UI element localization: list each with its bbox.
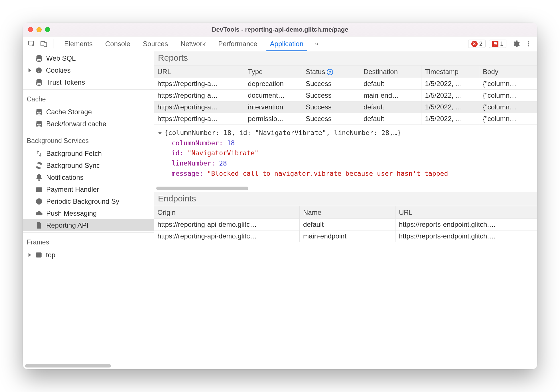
cell: https://reports-endpoint.glitch.…: [395, 219, 537, 230]
sidebar-item-cache-storage[interactable]: Cache Storage: [23, 106, 154, 118]
table-row[interactable]: https://reporting-a…interventionSuccessd…: [154, 101, 537, 113]
col-url[interactable]: URL: [395, 206, 537, 219]
devtools-toolbar: Elements Console Sources Network Perform…: [23, 36, 537, 51]
svg-rect-2: [44, 42, 47, 46]
svg-rect-16: [36, 253, 41, 257]
viewer-horizontal-scrollbar[interactable]: [156, 187, 248, 190]
table-row[interactable]: https://reporting-a…document…Successmain…: [154, 90, 537, 101]
tab-console[interactable]: Console: [99, 36, 137, 51]
cell: https://reporting-api-demo.glitc…: [154, 230, 300, 242]
item-label: Reporting API: [46, 221, 88, 229]
issues-badge[interactable]: ⚑ 1: [489, 40, 506, 48]
minimize-window-button[interactable]: [36, 27, 42, 32]
reports-heading: Reports: [154, 51, 537, 65]
svg-point-7: [36, 68, 42, 73]
maximize-window-button[interactable]: [45, 27, 50, 32]
inspect-element-button[interactable]: [26, 38, 37, 50]
cell: https://reporting-api-demo.glitc…: [154, 219, 300, 230]
report-body-viewer: {columnNumber: 18, id: "NavigatorVibrate…: [154, 125, 537, 192]
col-body[interactable]: Body: [479, 66, 537, 78]
sidebar-item-bg-sync[interactable]: Background Sync: [23, 160, 154, 172]
window-title: DevTools - reporting-api-demo.glitch.me/…: [23, 26, 537, 33]
item-label: Notifications: [46, 173, 84, 181]
tab-performance[interactable]: Performance: [212, 36, 263, 51]
expand-arrow-icon: [158, 132, 162, 134]
table-row[interactable]: https://reporting-api-demo.glitc…main-en…: [154, 230, 537, 242]
status-badges: ✕ 2 ⚑ 1: [468, 40, 506, 48]
frame-icon: [35, 251, 42, 259]
tab-elements[interactable]: Elements: [58, 36, 99, 51]
cell: https://reporting-a…: [154, 101, 244, 113]
col-timestamp[interactable]: Timestamp: [421, 66, 479, 78]
database-icon: [35, 108, 43, 116]
sidebar-item-reporting-api[interactable]: Reporting API: [23, 219, 154, 231]
card-icon: [35, 186, 43, 193]
item-label: Cookies: [46, 66, 71, 74]
item-label: Back/forward cache: [46, 120, 106, 128]
col-name[interactable]: Name: [300, 206, 395, 219]
cloud-icon: [35, 210, 43, 217]
sidebar-item-trust-tokens[interactable]: Trust Tokens: [23, 76, 154, 88]
close-window-button[interactable]: [28, 27, 33, 32]
prop-columnNumber[interactable]: columnNumber: 18: [158, 138, 533, 148]
cell: {"column…: [479, 101, 537, 113]
sidebar-item-bg-fetch[interactable]: Background Fetch: [23, 148, 154, 160]
table-row[interactable]: https://reporting-a…deprecationSuccessde…: [154, 78, 537, 90]
error-count: 2: [479, 40, 482, 47]
item-label: Trust Tokens: [46, 78, 85, 86]
settings-button[interactable]: [510, 38, 522, 50]
sidebar-item-bf-cache[interactable]: Back/forward cache: [23, 118, 154, 130]
more-menu-button[interactable]: [523, 38, 534, 50]
cell: permissio…: [244, 113, 302, 125]
cell: Success: [302, 113, 360, 125]
tab-sources[interactable]: Sources: [137, 36, 174, 51]
item-label: top: [46, 251, 55, 259]
tab-application[interactable]: Application: [264, 36, 310, 51]
reporting-api-panel: Reports URL Type Status? Destination Tim…: [154, 51, 537, 369]
cell: default: [360, 113, 421, 125]
issue-icon: ⚑: [492, 41, 498, 47]
traffic-lights: [28, 27, 50, 32]
cell: 1/5/2022, …: [421, 90, 479, 101]
col-status[interactable]: Status?: [302, 66, 360, 78]
sidebar-item-periodic-bg-sync[interactable]: Periodic Background Sy: [23, 195, 154, 207]
sidebar-item-notifications[interactable]: Notifications: [23, 172, 154, 183]
cell: Success: [302, 90, 360, 101]
sidebar-item-push-messaging[interactable]: Push Messaging: [23, 207, 154, 219]
sidebar-item-cookies[interactable]: Cookies: [23, 64, 154, 76]
table-row[interactable]: https://reporting-a…permissio…Successdef…: [154, 113, 537, 125]
prop-message[interactable]: message: "Blocked call to navigator.vibr…: [158, 169, 533, 179]
help-icon[interactable]: ?: [327, 69, 333, 75]
svg-point-8: [37, 69, 38, 70]
sidebar-item-web-sql[interactable]: Web SQL: [23, 52, 154, 64]
svg-point-10: [38, 71, 39, 72]
device-toolbar-button[interactable]: [38, 38, 50, 50]
col-type[interactable]: Type: [244, 66, 302, 78]
col-origin[interactable]: Origin: [154, 206, 300, 219]
item-label: Payment Handler: [46, 185, 99, 193]
endpoints-heading: Endpoints: [154, 192, 537, 206]
errors-badge[interactable]: ✕ 2: [468, 40, 486, 48]
file-icon: [35, 222, 43, 229]
database-icon: [35, 120, 43, 128]
col-destination[interactable]: Destination: [360, 66, 421, 78]
cookie-icon: [35, 67, 42, 74]
table-row[interactable]: https://reporting-api-demo.glitc…default…: [154, 219, 537, 230]
sidebar-scrollbar[interactable]: [25, 364, 151, 368]
sidebar-item-payment-handler[interactable]: Payment Handler: [23, 183, 154, 195]
group-frames: Frames: [23, 234, 154, 249]
prop-id[interactable]: id: "NavigatorVibrate": [158, 148, 533, 158]
expand-arrow-icon: [29, 253, 31, 257]
expand-arrow-icon: [29, 68, 31, 72]
sidebar-item-top-frame[interactable]: top: [23, 249, 154, 261]
prop-lineNumber[interactable]: lineNumber: 28: [158, 158, 533, 169]
database-icon: [35, 55, 43, 62]
cell: document…: [244, 90, 302, 101]
col-url[interactable]: URL: [154, 66, 244, 78]
tabs-overflow-button[interactable]: »: [311, 38, 322, 50]
object-summary[interactable]: {columnNumber: 18, id: "NavigatorVibrate…: [158, 128, 533, 138]
svg-point-3: [528, 41, 529, 42]
tab-network[interactable]: Network: [174, 36, 212, 51]
cell: https://reporting-a…: [154, 113, 244, 125]
toolbar-separator: [54, 39, 54, 48]
